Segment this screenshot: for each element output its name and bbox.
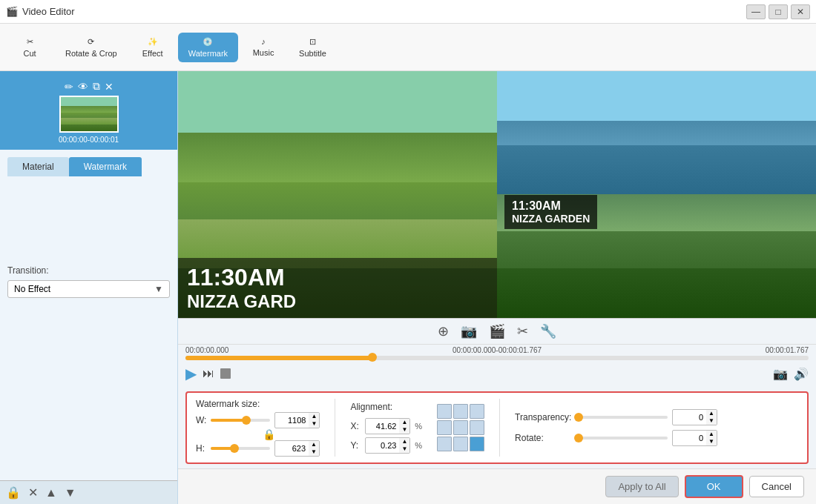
timeline-controls: ⊕ 📷 🎬 ✂ 🔧 00:00:00.000 00:00:00.000-00:0… <box>178 318 816 468</box>
wm-y-up[interactable]: ▲ <box>399 438 409 445</box>
tl-video-icon[interactable]: 🎬 <box>486 322 508 341</box>
title-bar-controls: — □ ✕ <box>746 4 810 19</box>
align-tl[interactable] <box>437 404 452 419</box>
clip-delete-btn[interactable]: ✕ <box>105 81 113 93</box>
sidebar-content: Material Watermark Transition: No Effect… <box>0 150 177 480</box>
align-tc[interactable] <box>453 404 468 419</box>
video-right-overlay: 11:30AM NIZZA GARDEN <box>504 195 597 229</box>
align-bl[interactable] <box>437 437 452 451</box>
wm-w-up[interactable]: ▲ <box>309 413 319 420</box>
wm-transparency-slider[interactable] <box>579 416 668 419</box>
close-button[interactable]: ✕ <box>791 4 810 19</box>
video-right: 11:30AM NIZZA GARDEN <box>497 71 816 318</box>
clip-item[interactable]: ✏ 👁 ⧉ ✕ 00:00:00-00:00:01 <box>0 71 177 150</box>
wm-h-slider-thumb[interactable] <box>230 444 239 453</box>
lock-row: 🔒 <box>263 428 320 440</box>
wm-h-down[interactable]: ▼ <box>309 448 319 456</box>
tab-material[interactable]: Material <box>7 157 69 176</box>
move-up-btn[interactable]: ▲ <box>45 486 57 500</box>
lock-btn[interactable]: 🔒 <box>6 485 21 500</box>
wm-h-up[interactable]: ▲ <box>309 441 319 448</box>
wm-x-down[interactable]: ▼ <box>399 426 409 434</box>
wm-y-down[interactable]: ▼ <box>399 445 409 453</box>
wm-y-arrows: ▲ ▼ <box>399 438 409 453</box>
wm-rotate-thumb[interactable] <box>574 434 583 442</box>
timeline-track[interactable] <box>185 356 809 360</box>
align-br[interactable] <box>470 437 484 451</box>
wm-rotate-arrows: ▲ ▼ <box>706 431 717 445</box>
effect-icon: ✨ <box>148 37 158 47</box>
wm-transparency-value[interactable] <box>673 411 706 423</box>
tl-cut-icon[interactable]: ✂ <box>514 322 531 341</box>
align-mr[interactable] <box>470 420 484 435</box>
align-mc[interactable] <box>453 420 468 435</box>
transition-value: No Effect <box>14 284 151 294</box>
lock-aspect-icon[interactable]: 🔒 <box>263 428 275 440</box>
video-preview: 11:30AM NIZZA GARD 11:30AM NIZZA GARDEN <box>178 71 816 318</box>
tab-watermark[interactable]: Watermark <box>69 157 142 176</box>
wm-h-input[interactable]: ▲ ▼ <box>274 440 320 457</box>
video-left-place: NIZZA GARD <box>187 291 488 312</box>
minimize-button[interactable]: — <box>746 4 766 19</box>
wm-w-slider[interactable] <box>211 419 270 422</box>
wm-w-value[interactable] <box>275 414 309 426</box>
wm-transparency-thumb[interactable] <box>574 413 583 422</box>
wm-rotate-input[interactable]: ▲ ▼ <box>672 430 717 446</box>
app-icon: 🎬 <box>6 6 18 17</box>
toolbar-watermark[interactable]: 💿 Watermark <box>178 33 238 62</box>
wm-transparency-input[interactable]: ▲ ▼ <box>672 409 717 425</box>
wm-x-up[interactable]: ▲ <box>399 419 409 426</box>
volume-icon[interactable]: 🔊 <box>794 367 809 381</box>
toolbar-subtitle[interactable]: ⊡ Subtitle <box>289 33 337 62</box>
wm-transparency-up[interactable]: ▲ <box>706 410 717 417</box>
clip-preview-btn[interactable]: 👁 <box>78 81 88 93</box>
align-bc[interactable] <box>453 437 468 451</box>
toolbar-watermark-label: Watermark <box>188 49 228 58</box>
video-left-time: 11:30AM <box>187 264 488 291</box>
wm-w-down[interactable]: ▼ <box>309 420 319 428</box>
delete-btn[interactable]: ✕ <box>28 485 38 500</box>
tl-add-icon[interactable]: ⊕ <box>435 322 452 341</box>
clip-copy-btn[interactable]: ⧉ <box>93 80 100 93</box>
wm-rotate-value[interactable] <box>673 432 706 444</box>
wm-x-label: X: <box>350 421 361 431</box>
timeline-track-row <box>178 356 816 363</box>
align-ml[interactable] <box>437 420 452 435</box>
rotate-icon: ⟳ <box>88 37 94 47</box>
toolbar-cut[interactable]: ✂ Cut <box>7 33 52 62</box>
maximize-button[interactable]: □ <box>769 4 788 19</box>
wm-w-input[interactable]: ▲ ▼ <box>274 412 320 428</box>
apply-to-all-button[interactable]: Apply to All <box>605 476 678 497</box>
wm-rotate-up[interactable]: ▲ <box>706 431 717 438</box>
wm-y-value[interactable] <box>366 440 399 451</box>
toolbar-music[interactable]: ♪ Music <box>241 33 286 62</box>
transition-select[interactable]: No Effect ▼ <box>7 280 170 298</box>
clip-edit-btn[interactable]: ✏ <box>65 81 73 93</box>
wm-transparency-down[interactable]: ▼ <box>706 417 717 425</box>
video-area: 11:30AM NIZZA GARD 11:30AM NIZZA GARDEN <box>178 71 816 504</box>
move-down-btn[interactable]: ▼ <box>65 486 76 500</box>
next-frame-button[interactable]: ⏭ <box>203 367 214 380</box>
play-button[interactable]: ▶ <box>185 365 197 382</box>
wm-transparency-label: Transparency: <box>515 412 574 422</box>
tl-photo-icon[interactable]: 📷 <box>458 322 480 341</box>
wm-rotate-down[interactable]: ▼ <box>706 438 717 445</box>
stop-button[interactable] <box>220 368 231 379</box>
toolbar-effect[interactable]: ✨ Effect <box>131 33 175 62</box>
wm-rotate-slider[interactable] <box>579 437 668 440</box>
toolbar-rotate[interactable]: ⟳ Rotate & Crop <box>55 33 128 62</box>
tl-tool-icon[interactable]: 🔧 <box>537 322 559 341</box>
timeline-thumb[interactable] <box>368 353 377 362</box>
align-tr[interactable] <box>470 404 484 419</box>
wm-y-input[interactable]: ▲ ▼ <box>365 437 410 454</box>
wm-w-slider-thumb[interactable] <box>242 416 251 425</box>
wm-h-value[interactable] <box>275 442 309 454</box>
right-scene: 11:30AM NIZZA GARDEN <box>497 71 816 318</box>
cancel-button[interactable]: Cancel <box>749 476 804 497</box>
camera-icon[interactable]: 📷 <box>773 367 788 381</box>
wm-h-slider[interactable] <box>211 447 270 450</box>
wm-x-value[interactable] <box>366 420 399 432</box>
align-grid <box>437 404 484 451</box>
wm-x-input[interactable]: ▲ ▼ <box>365 418 410 434</box>
ok-button[interactable]: OK <box>685 475 743 498</box>
